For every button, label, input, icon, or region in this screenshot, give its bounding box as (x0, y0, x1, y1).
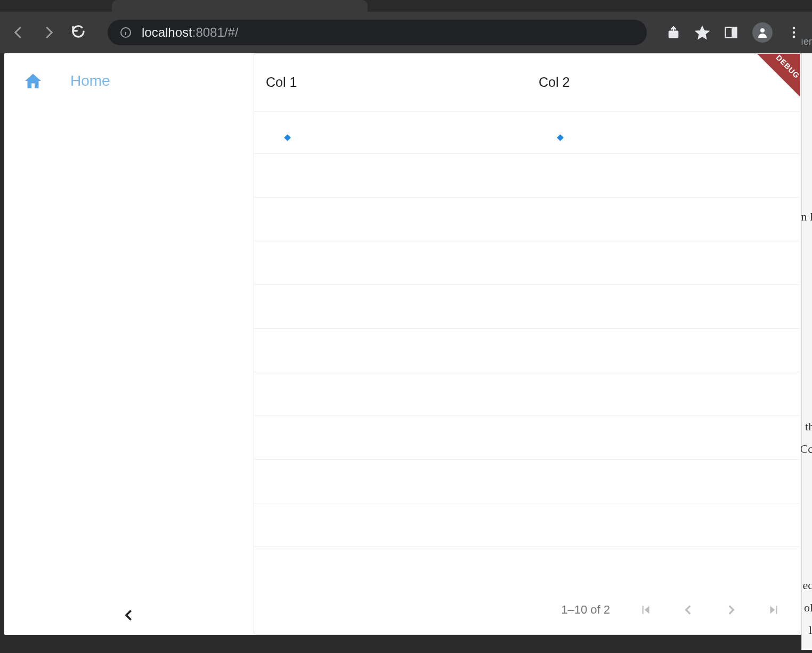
table-row[interactable] (254, 285, 800, 329)
marker-icon (284, 134, 291, 141)
bg-fragment: l (809, 623, 812, 637)
pagination-range: 1–10 of 2 (561, 603, 610, 617)
first-page-button[interactable] (639, 603, 653, 617)
table-cell (527, 503, 800, 546)
next-page-button[interactable] (724, 603, 738, 617)
table-cell (254, 154, 527, 197)
table-cell (254, 241, 527, 284)
table-cell (254, 416, 527, 459)
marker-icon (557, 134, 564, 141)
table-pagination: 1–10 of 2 (254, 585, 800, 634)
bg-fragment: ol (804, 601, 812, 615)
table-cell (254, 460, 527, 503)
sidebar-item-home[interactable]: Home (4, 66, 254, 96)
bg-fragment: ıer (801, 36, 812, 47)
address-bar[interactable]: localhost:8081/#/ (108, 20, 647, 45)
table-cell (527, 372, 800, 415)
bg-fragment: th (805, 420, 812, 434)
home-icon (23, 71, 43, 91)
table-header: Col 1 Col 2 (254, 54, 800, 111)
sidebar-item-label: Home (70, 72, 110, 89)
table-cell (527, 329, 800, 372)
bookmark-icon[interactable] (695, 25, 710, 40)
table-row[interactable] (254, 154, 800, 198)
table-cell (254, 198, 527, 241)
table-cell (527, 198, 800, 241)
menu-icon[interactable] (786, 25, 801, 40)
table-cell (254, 372, 527, 415)
table-cell (527, 241, 800, 284)
table-cell (527, 416, 800, 459)
table-row[interactable] (254, 241, 800, 285)
svg-point-7 (793, 27, 795, 30)
site-info-icon[interactable] (119, 26, 132, 39)
table-body (254, 111, 800, 585)
url-path: :8081/#/ (192, 25, 239, 39)
browser-toolbar: localhost:8081/#/ (0, 12, 812, 53)
svg-point-8 (793, 31, 795, 34)
table-cell (527, 460, 800, 503)
svg-rect-3 (669, 31, 678, 38)
last-page-button[interactable] (767, 603, 781, 617)
table-row[interactable] (254, 416, 800, 460)
table-cell (254, 285, 527, 328)
background-window (801, 53, 812, 650)
profile-avatar[interactable] (752, 22, 773, 43)
panel-icon[interactable] (724, 25, 738, 40)
table-cell (527, 154, 800, 197)
table-row[interactable] (254, 329, 800, 372)
app-viewport: Home DEBUG Col 1 Col 2 (4, 53, 801, 635)
table-row[interactable] (254, 460, 800, 503)
table-cell (527, 111, 800, 153)
table-cell (527, 285, 800, 328)
bg-fragment: Cc (800, 442, 812, 456)
table-row[interactable] (254, 503, 800, 547)
main-content: DEBUG Col 1 Col 2 1–10 of 2 (254, 53, 800, 635)
sidebar: Home (4, 53, 254, 635)
share-icon[interactable] (666, 25, 681, 40)
back-button[interactable] (11, 25, 27, 40)
url-text: localhost:8081/#/ (142, 25, 238, 40)
browser-tabstrip (0, 0, 812, 12)
table-cell (254, 503, 527, 546)
url-host: localhost (142, 25, 192, 39)
forward-button[interactable] (40, 25, 56, 40)
column-header[interactable]: Col 1 (254, 75, 527, 90)
prev-page-button[interactable] (681, 603, 695, 617)
svg-point-6 (760, 28, 765, 32)
table-row[interactable] (254, 372, 800, 416)
bg-fragment: n l (801, 210, 812, 224)
svg-rect-5 (732, 28, 736, 38)
bg-fragment: ec (802, 578, 812, 592)
browser-tab[interactable] (112, 0, 368, 12)
table-row[interactable] (254, 111, 800, 154)
reload-button[interactable] (70, 23, 86, 42)
collapse-sidebar-button[interactable] (4, 607, 254, 623)
table-cell (254, 329, 527, 372)
table-row[interactable] (254, 198, 800, 241)
table-cell (254, 111, 527, 153)
svg-point-9 (793, 36, 795, 38)
